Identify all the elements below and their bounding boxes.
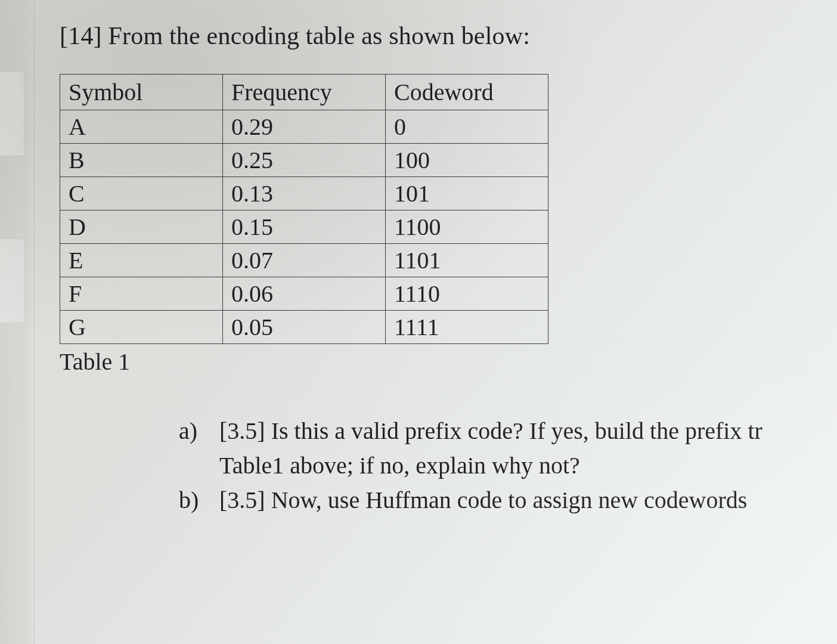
subpart-a-label: a) (179, 414, 207, 483)
subpart-b-body: [3.5] Now, use Huffman code to assign ne… (219, 483, 835, 518)
cell-codeword: 1111 (386, 311, 548, 344)
cell-frequency: 0.13 (223, 177, 386, 210)
cell-frequency: 0.05 (223, 311, 386, 344)
question-prompt: From the encoding table as shown below: (108, 22, 530, 49)
cell-symbol: F (60, 277, 223, 311)
cell-codeword: 100 (386, 144, 548, 177)
cell-symbol: E (60, 244, 223, 277)
cell-codeword: 1101 (386, 244, 548, 277)
table-row: F 0.06 1110 (60, 277, 548, 311)
table-row: E 0.07 1101 (60, 244, 548, 277)
subpart-a-body: [3.5] Is this a valid prefix code? If ye… (219, 414, 835, 483)
cell-frequency: 0.25 (223, 144, 386, 177)
page-content: [14] From the encoding table as shown be… (60, 21, 837, 518)
subpart-a-points: [3.5] (219, 417, 265, 444)
subpart-b-points: [3.5] (219, 487, 265, 513)
page-gutter (0, 0, 35, 644)
cell-codeword: 1100 (386, 210, 548, 244)
gutter-tab (0, 72, 24, 156)
col-header-frequency: Frequency (223, 75, 386, 110)
col-header-codeword: Codeword (386, 75, 548, 110)
subpart-a-text2: Table1 above; if no, explain why not? (219, 452, 580, 479)
col-header-symbol: Symbol (60, 75, 223, 110)
table-row: D 0.15 1100 (60, 210, 548, 244)
subpart-a: a) [3.5] Is this a valid prefix code? If… (179, 414, 835, 483)
cell-symbol: A (60, 110, 223, 144)
subparts: a) [3.5] Is this a valid prefix code? If… (179, 414, 835, 518)
table-row: G 0.05 1111 (60, 311, 548, 344)
cell-codeword: 0 (386, 110, 548, 144)
encoding-table: Symbol Frequency Codeword A 0.29 0 B 0.2… (60, 74, 548, 344)
cell-frequency: 0.15 (223, 210, 386, 244)
question-points: [14] (60, 22, 102, 49)
subpart-a-text1: Is this a valid prefix code? If yes, bui… (271, 417, 762, 444)
cell-codeword: 101 (386, 177, 548, 210)
table-row: A 0.29 0 (60, 110, 548, 144)
cell-symbol: D (60, 210, 223, 244)
subpart-b-label: b) (179, 483, 207, 518)
cell-symbol: G (60, 311, 223, 344)
table-row: C 0.13 101 (60, 177, 548, 210)
cell-codeword: 1110 (386, 277, 548, 311)
subpart-b-text1: Now, use Huffman code to assign new code… (271, 487, 748, 513)
table-row: B 0.25 100 (60, 144, 548, 177)
table-caption: Table 1 (60, 348, 837, 376)
cell-frequency: 0.06 (223, 277, 386, 311)
gutter-tab (0, 239, 24, 323)
cell-symbol: C (60, 177, 223, 210)
question-heading: [14] From the encoding table as shown be… (60, 21, 837, 50)
table-header-row: Symbol Frequency Codeword (60, 75, 548, 110)
subpart-b: b) [3.5] Now, use Huffman code to assign… (179, 483, 835, 518)
cell-frequency: 0.29 (223, 110, 386, 144)
cell-frequency: 0.07 (223, 244, 386, 277)
cell-symbol: B (60, 144, 223, 177)
